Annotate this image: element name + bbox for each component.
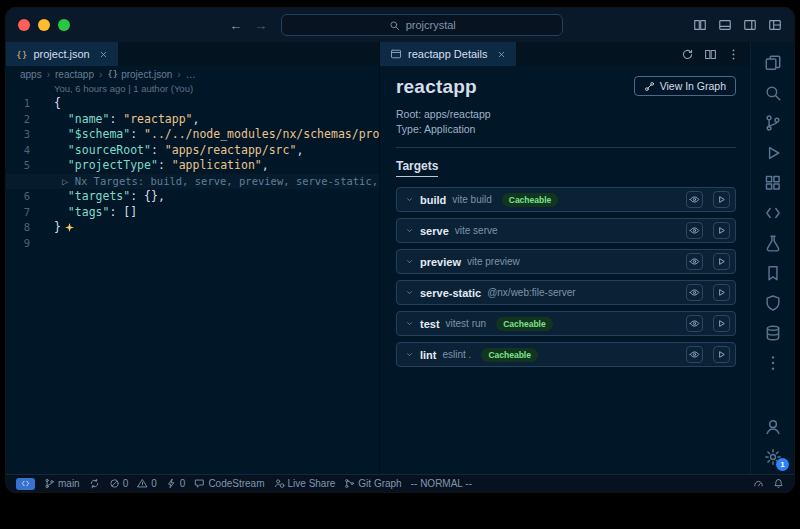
activity-account[interactable] — [764, 418, 782, 436]
run-target-button[interactable] — [713, 315, 730, 332]
status-warning[interactable]: 0 — [137, 478, 157, 489]
target-row-lint[interactable]: linteslint .Cacheable — [396, 342, 736, 367]
tab-bar-right: reactapp Details — [380, 42, 750, 66]
run-target-button[interactable] — [713, 191, 730, 208]
breadcrumb-item[interactable]: reactapp — [55, 69, 94, 80]
view-target-button[interactable] — [686, 315, 703, 332]
activity-extensions[interactable] — [764, 174, 782, 192]
back-button[interactable]: ← — [229, 18, 242, 33]
breadcrumb-label: reactapp — [55, 69, 94, 80]
status-codestream[interactable]: CodeStream — [194, 478, 264, 489]
view-target-button[interactable] — [686, 191, 703, 208]
activity-beaker[interactable] — [764, 234, 782, 252]
breadcrumb-item[interactable]: {}project.json — [107, 69, 172, 80]
tab-label: reactapp Details — [408, 48, 488, 60]
view-target-button[interactable] — [686, 346, 703, 363]
activity-bookmark[interactable] — [764, 264, 782, 282]
code-content: "targets": {}, — [42, 189, 165, 205]
play-icon — [716, 256, 727, 267]
activity-remote[interactable] — [764, 204, 782, 222]
target-row-test[interactable]: testvitest runCacheable — [396, 311, 736, 336]
code-line: 2 "name": "reactapp", — [6, 112, 379, 128]
target-row-serve[interactable]: servevite serve — [396, 218, 736, 243]
activity-shield[interactable] — [764, 294, 782, 312]
search-icon — [389, 20, 400, 31]
status-zap[interactable]: 0 — [166, 478, 186, 489]
target-row-preview[interactable]: previewvite preview — [396, 249, 736, 274]
activity-debug[interactable] — [764, 144, 782, 162]
breadcrumb-item[interactable]: … — [186, 69, 196, 80]
status-remote[interactable] — [16, 478, 35, 490]
toggle-sidebar-right-icon[interactable] — [743, 18, 757, 32]
remote-icon — [21, 479, 30, 488]
divider — [396, 147, 736, 148]
run-target-button[interactable] — [713, 253, 730, 270]
code-editor[interactable]: You, 6 hours ago | 1 author (You) 1{2 "n… — [6, 82, 379, 474]
status-liveshare[interactable]: Live Share — [274, 478, 336, 489]
bell-icon — [773, 478, 784, 489]
bookmark-icon — [764, 264, 782, 282]
breadcrumb-item[interactable]: apps — [20, 69, 42, 80]
target-name: serve-static — [420, 287, 481, 299]
gauge-icon — [753, 478, 764, 489]
codelens-annotation[interactable]: You, 6 hours ago | 1 author (You) — [54, 83, 379, 95]
activity-search[interactable] — [764, 84, 782, 102]
status-bell[interactable] — [773, 478, 784, 489]
close-window-button[interactable] — [18, 19, 30, 31]
minimize-window-button[interactable] — [38, 19, 50, 31]
activity-more[interactable] — [764, 354, 782, 372]
activity-source-control[interactable] — [764, 114, 782, 132]
activity-database[interactable] — [764, 324, 782, 342]
breadcrumb-separator: › — [47, 69, 50, 80]
forward-button[interactable]: → — [254, 18, 267, 33]
view-in-graph-button[interactable]: View In Graph — [634, 76, 736, 96]
activity-files[interactable] — [764, 54, 782, 72]
status-error[interactable]: 0 — [109, 478, 129, 489]
target-command: vitest run — [446, 318, 487, 329]
run-target-button[interactable] — [713, 222, 730, 239]
eye-icon — [689, 318, 700, 329]
run-target-button[interactable] — [713, 346, 730, 363]
toggle-split-editor-icon[interactable] — [693, 18, 707, 32]
tab-project-json[interactable]: {} project.json — [6, 42, 118, 66]
status-gauge[interactable] — [753, 478, 764, 489]
line-number: 8 — [6, 220, 42, 236]
source-control-icon — [764, 114, 782, 132]
command-center-search[interactable]: projcrystal — [281, 14, 563, 36]
tab-reactapp-details[interactable]: reactapp Details — [380, 42, 516, 66]
run-target-button[interactable] — [713, 284, 730, 301]
zoom-window-button[interactable] — [58, 19, 70, 31]
code-content: "name": "reactapp", — [42, 112, 199, 128]
status-branch[interactable]: main — [44, 478, 80, 489]
status-git-graph[interactable]: Git Graph — [344, 478, 401, 489]
code-content: "sourceRoot": "apps/reactapp/src", — [42, 143, 303, 159]
more-icon[interactable] — [727, 48, 740, 61]
warning-icon — [137, 478, 148, 489]
debug-icon — [764, 144, 782, 162]
eye-icon — [689, 225, 700, 236]
sparkle-icon — [64, 222, 75, 233]
play-icon — [716, 225, 727, 236]
targets-list: buildvite buildCacheableservevite servep… — [396, 187, 736, 367]
target-name: test — [420, 318, 440, 330]
view-target-button[interactable] — [686, 222, 703, 239]
view-target-button[interactable] — [686, 284, 703, 301]
beaker-icon — [764, 234, 782, 252]
target-row-serve-static[interactable]: serve-static@nx/web:file-server — [396, 280, 736, 305]
refresh-icon[interactable] — [681, 48, 694, 61]
breadcrumb-separator: › — [177, 69, 180, 80]
close-tab-icon[interactable] — [497, 50, 506, 59]
target-row-build[interactable]: buildvite buildCacheable — [396, 187, 736, 212]
toggle-layout-icon[interactable] — [768, 18, 782, 32]
status-bar: main000CodeStreamLive ShareGit Graph-- N… — [6, 474, 794, 492]
line-number: 2 — [6, 112, 42, 128]
split-editor-icon[interactable] — [704, 48, 717, 61]
view-target-button[interactable] — [686, 253, 703, 270]
close-tab-icon[interactable] — [99, 50, 108, 59]
status-vim-mode[interactable]: -- NORMAL -- — [411, 478, 472, 489]
status-sync[interactable] — [89, 478, 100, 489]
play-icon — [716, 318, 727, 329]
project-title: reactapp — [396, 76, 477, 98]
toggle-panel-icon[interactable] — [718, 18, 732, 32]
layout-controls — [693, 18, 782, 32]
